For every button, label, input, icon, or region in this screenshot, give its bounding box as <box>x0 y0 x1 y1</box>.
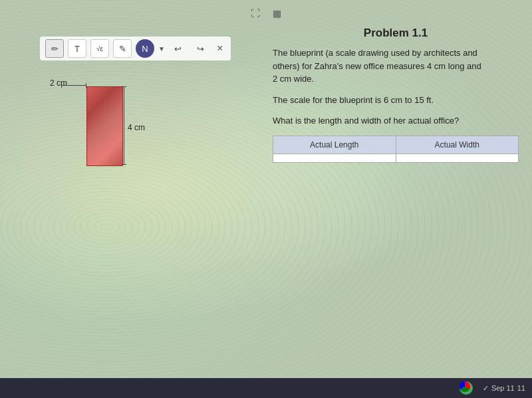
close-button[interactable]: × <box>214 43 225 54</box>
blueprint-rectangle-container <box>86 86 123 166</box>
calculator-icon[interactable]: ▦ <box>269 5 285 21</box>
dropdown-arrow[interactable]: ▼ <box>158 45 165 52</box>
tools-bar: ✏ T √ε ✎ N ▼ ↩ ↪ × <box>40 37 231 60</box>
actual-length-header: Actual Length <box>273 136 396 153</box>
problem-title: Problem 1.1 <box>273 27 519 40</box>
redo-icon: ↪ <box>197 44 204 54</box>
problem-question: What is the length and width of her actu… <box>273 114 519 128</box>
pencil-button[interactable]: ✏ <box>45 39 64 58</box>
actual-length-cell[interactable] <box>273 153 396 162</box>
taskbar: ✓ Sep 11 11 <box>0 378 532 398</box>
answer-table: Actual Length Actual Width <box>273 136 519 163</box>
sqrt-icon: √ε <box>96 45 103 52</box>
redo-button[interactable]: ↪ <box>192 39 210 58</box>
text-button[interactable]: T <box>68 39 86 58</box>
nav-icon: N <box>142 44 148 54</box>
undo-button[interactable]: ↩ <box>169 39 188 58</box>
expand-icon[interactable]: ⛶ <box>247 5 263 21</box>
problem-panel: Problem 1.1 The blueprint (a scale drawi… <box>273 27 519 163</box>
taskbar-date: ✓ Sep 11 11 <box>483 384 525 393</box>
eraser-button[interactable]: ✎ <box>113 39 132 58</box>
blueprint-rectangle <box>86 86 123 166</box>
undo-icon: ↩ <box>174 44 182 54</box>
eraser-icon: ✎ <box>119 44 126 54</box>
answer-row <box>273 153 519 162</box>
actual-width-cell[interactable] <box>396 153 519 162</box>
width-label: 2 cm <box>50 78 67 88</box>
chrome-icon <box>460 381 470 392</box>
text-icon: T <box>74 44 80 54</box>
taskbar-chrome-icon[interactable] <box>460 381 473 395</box>
height-dimension-line <box>124 86 124 165</box>
pencil-icon: ✏ <box>51 44 59 54</box>
actual-width-header: Actual Width <box>396 136 519 153</box>
problem-scale: The scale for the blueprint is 6 cm to 1… <box>273 94 519 107</box>
main-screen: ⛶ ▦ ✏ T √ε ✎ N ▼ ↩ ↪ × <box>0 0 532 378</box>
height-label: 4 cm <box>128 123 145 132</box>
nav-button[interactable]: N <box>136 39 154 58</box>
close-icon: × <box>217 43 223 54</box>
top-toolbar: ⛶ ▦ <box>247 5 285 21</box>
sqrt-button[interactable]: √ε <box>90 39 109 58</box>
problem-description: The blueprint (a scale drawing used by a… <box>273 47 519 86</box>
